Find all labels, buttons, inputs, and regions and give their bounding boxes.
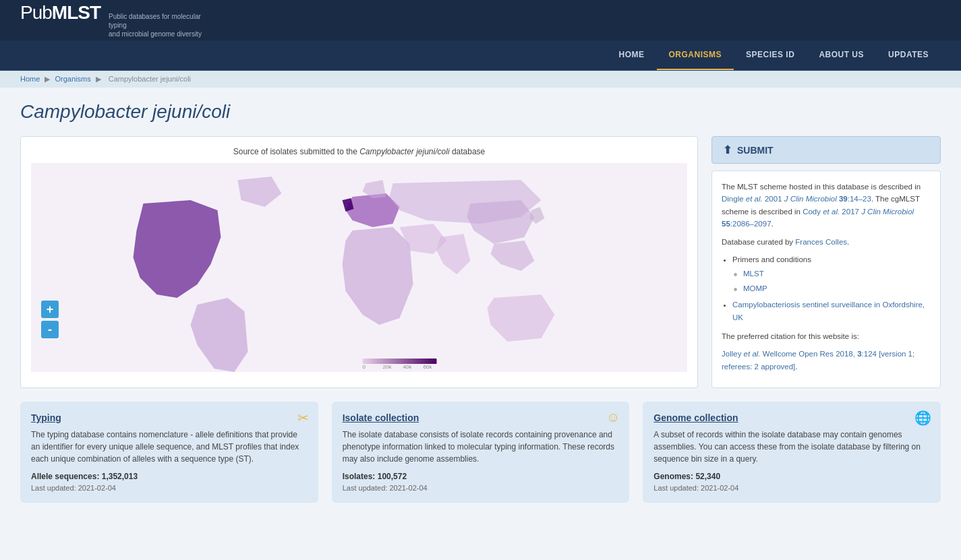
nav-home[interactable]: HOME (607, 40, 657, 70)
genome-text: A subset of records within the isolate d… (653, 429, 930, 465)
curator-link[interactable]: Frances Colles (795, 238, 847, 246)
genome-icon: 🌐 (914, 410, 931, 426)
map-section: Source of isolates submitted to the Camp… (20, 136, 698, 388)
header: PubMLST Public databases for molecular t… (0, 0, 961, 40)
isolate-title[interactable]: Isolate collection (343, 412, 619, 423)
primers-list: Primers and conditions MLST MOMP Campylo… (722, 253, 931, 323)
svg-text:20k: 20k (383, 364, 392, 370)
genome-card: 🌐 Genome collection A subset of records … (643, 402, 941, 503)
typing-title[interactable]: Typing (31, 412, 308, 423)
nav-about-us[interactable]: ABOUT US (807, 40, 876, 70)
info-box: The MLST scheme hosted in this database … (711, 170, 941, 388)
zoom-out-button[interactable]: - (41, 321, 59, 338)
cody-link[interactable]: Cody et al. 2017 J Clin Microbiol 55:208… (722, 208, 914, 228)
typing-text: The typing database contains nomenclatur… (31, 429, 308, 465)
citation-link[interactable]: Jolley et al. Wellcome Open Res 2018, 3:… (722, 350, 914, 370)
genome-updated: Last updated: 2021-02-04 (653, 484, 930, 492)
breadcrumb-organisms[interactable]: Organisms (55, 75, 90, 83)
logo-pub: Pub (20, 2, 52, 23)
isolate-text: The isolate database consists of isolate… (343, 429, 619, 465)
typing-updated: Last updated: 2021-02-04 (31, 484, 308, 492)
typing-icon: ✂ (297, 410, 309, 426)
typing-card: ✂ Typing The typing database contains no… (20, 402, 318, 503)
zoom-in-button[interactable]: + (41, 301, 59, 318)
isolate-card: ☺ Isolate collection The isolate databas… (332, 402, 630, 503)
genome-stat: Genomes: 52,340 (653, 472, 930, 481)
typing-stat: Allele sequences: 1,352,013 (31, 472, 308, 481)
logo: PubMLST (20, 2, 100, 24)
breadcrumb-current: Campylobacter jejuni/coli (109, 75, 191, 83)
campylo-link[interactable]: Campylobacteriosis sentinel surveillance… (732, 301, 925, 321)
world-map-svg: 0 20k 40k 60k (31, 163, 687, 372)
dingle-link[interactable]: Dingle et al. 2001 J Clin Microbiol 39:1… (722, 195, 871, 203)
submit-button[interactable]: ⬆ SUBMIT (711, 136, 941, 164)
citation-link-para: Jolley et al. Wellcome Open Res 2018, 3:… (722, 348, 931, 373)
sidebar: ⬆ SUBMIT The MLST scheme hosted in this … (711, 136, 941, 388)
genome-title[interactable]: Genome collection (653, 412, 930, 423)
map-title: Source of isolates submitted to the Camp… (31, 147, 687, 156)
svg-rect-4 (363, 359, 437, 364)
logo-subtitle: Public databases for molecular typing an… (109, 12, 216, 38)
curator-text: Database curated by Frances Colles. (722, 236, 931, 248)
logo-area: PubMLST Public databases for molecular t… (20, 2, 216, 38)
breadcrumb-home[interactable]: Home (20, 75, 40, 83)
citation-prefix: The preferred citation for this website … (722, 330, 931, 342)
nav-updates[interactable]: UPDATES (876, 40, 941, 70)
isolate-updated: Last updated: 2021-02-04 (343, 484, 619, 492)
page-title: Campylobacter jejuni/coli (20, 101, 941, 123)
nav-organisms[interactable]: ORGANISMS (657, 40, 734, 70)
isolate-stat: Isolates: 100,572 (343, 472, 619, 481)
momp-link[interactable]: MOMP (743, 284, 767, 292)
nav-species-id[interactable]: SPECIES ID (734, 40, 807, 70)
svg-text:60k: 60k (424, 364, 433, 370)
svg-text:40k: 40k (403, 364, 413, 370)
campylo-item: Campylobacteriosis sentinel surveillance… (732, 299, 931, 323)
breadcrumb: Home ▶ Organisms ▶ Campylobacter jejuni/… (0, 71, 961, 88)
mlst-link[interactable]: MLST (743, 270, 764, 278)
svg-text:0: 0 (363, 364, 366, 370)
main-content: Source of isolates submitted to the Camp… (0, 129, 961, 402)
main-nav: HOME ORGANISMS SPECIES ID ABOUT US UPDAT… (0, 40, 961, 71)
upload-icon: ⬆ (723, 144, 732, 156)
bottom-cards: ✂ Typing The typing database contains no… (0, 402, 961, 523)
page-title-area: Campylobacter jejuni/coli (0, 88, 961, 129)
isolate-icon: ☺ (606, 410, 620, 425)
map-container[interactable]: 0 20k 40k 60k + - (31, 163, 687, 372)
logo-mlst: MLST (52, 2, 100, 23)
info-paragraph-1: The MLST scheme hosted in this database … (722, 181, 931, 230)
submit-label: SUBMIT (737, 145, 774, 156)
primers-item: Primers and conditions MLST MOMP (732, 253, 931, 294)
map-controls: + - (41, 301, 59, 338)
